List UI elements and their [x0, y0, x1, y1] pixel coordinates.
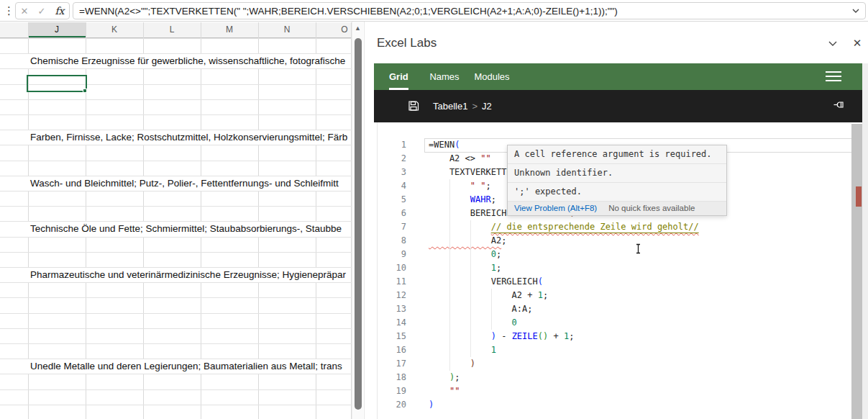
- breadcrumb-sheet[interactable]: Tabelle1: [433, 101, 467, 112]
- code-content[interactable]: // die entsprechende Zeile wird geholt//: [406, 220, 699, 234]
- grid-hline: [0, 343, 352, 344]
- code-line-5[interactable]: 5 WAHR;: [378, 193, 496, 207]
- line-number: 11: [378, 275, 406, 289]
- excel-labs-pane: Excel Labs ✕ GridNamesModules Tabelle1>J…: [364, 22, 868, 419]
- code-content[interactable]: 1;: [406, 261, 501, 275]
- code-line-7[interactable]: 7 // die entsprechende Zeile wird geholt…: [378, 220, 699, 234]
- code-line-3[interactable]: 3 TEXTVERKETTEN(: [378, 166, 522, 179]
- grid-hline: [0, 374, 352, 374]
- code-line-16[interactable]: 16 1: [378, 343, 496, 357]
- code-content[interactable]: TEXTVERKETTEN(: [406, 166, 522, 179]
- code-content[interactable]: A2 + 1;: [406, 289, 548, 302]
- code-content[interactable]: A2 <> "": [406, 152, 491, 166]
- code-content[interactable]: );: [406, 371, 460, 384]
- grid-cell-text[interactable]: Wasch- und Bleichmittel; Putz-, Polier-,…: [30, 176, 339, 191]
- cancel-entry-button[interactable]: ✕: [21, 6, 29, 16]
- code-line-2[interactable]: 2 A2 <> "": [378, 152, 491, 166]
- no-quick-fixes-label: No quick fixes available: [608, 204, 695, 212]
- error-marker: [856, 186, 862, 207]
- chevron-down-icon[interactable]: [828, 40, 838, 48]
- insert-function-button[interactable]: fx: [55, 5, 64, 17]
- line-number: 19: [378, 384, 406, 398]
- formula-input[interactable]: [73, 2, 866, 19]
- column-header-J[interactable]: J: [28, 22, 86, 37]
- fill-handle[interactable]: [83, 89, 87, 93]
- scroll-up-arrow-icon[interactable]: ▲: [355, 24, 361, 32]
- line-number: 15: [378, 330, 406, 343]
- grid-cell-text[interactable]: Pharmazeutische und veterinärmedizinisch…: [30, 268, 346, 282]
- code-content[interactable]: WAHR;: [406, 193, 496, 207]
- code-content[interactable]: 0;: [406, 248, 501, 261]
- code-content[interactable]: "": [406, 384, 460, 398]
- menu-icon[interactable]: [826, 71, 841, 81]
- code-content[interactable]: ): [406, 357, 475, 371]
- editor-header-bar: Tabelle1>J2: [374, 90, 863, 122]
- close-icon[interactable]: ✕: [851, 37, 863, 50]
- save-icon[interactable]: [408, 100, 419, 112]
- grid-vertical-scrollbar[interactable]: ▲: [352, 22, 363, 419]
- line-number: 16: [378, 343, 406, 357]
- grid-cell-text[interactable]: Farben, Firnisse, Lacke; Rostschutzmitte…: [30, 130, 347, 145]
- selected-cell-outline[interactable]: [27, 75, 87, 92]
- line-number: 14: [378, 316, 406, 330]
- column-header-O[interactable]: O: [316, 22, 352, 37]
- column-header-N[interactable]: N: [258, 22, 316, 37]
- code-content[interactable]: VERGLEICH(: [406, 275, 543, 289]
- line-number: 4: [378, 179, 406, 193]
- code-content[interactable]: " ";: [406, 179, 491, 193]
- code-line-11[interactable]: 11 VERGLEICH(: [378, 275, 543, 289]
- formula-code-editor[interactable]: 1=WENN(2 A2 <> ""3 TEXTVERKETTEN(4 " ";5…: [377, 122, 863, 419]
- code-content[interactable]: 0: [406, 316, 517, 330]
- code-line-9[interactable]: 9 0;: [378, 248, 501, 261]
- code-content[interactable]: ) - ZEILE() + 1;: [406, 330, 574, 343]
- tab-grid[interactable]: Grid: [389, 63, 408, 90]
- spreadsheet-grid[interactable]: JKLMNO Chemische Erzeugnisse für gewerbl…: [0, 22, 352, 419]
- drag-handle-icon[interactable]: ⋮: [4, 4, 11, 18]
- line-number: 12: [378, 289, 406, 302]
- code-line-20[interactable]: 20): [378, 398, 434, 412]
- line-number: 10: [378, 261, 406, 275]
- code-content[interactable]: ): [406, 398, 434, 412]
- line-number: 13: [378, 302, 406, 316]
- grid-cell-text[interactable]: Chemische Erzeugnisse für gewerbliche, w…: [30, 54, 345, 68]
- column-header-K[interactable]: K: [86, 22, 143, 37]
- code-line-19[interactable]: 19 "": [378, 384, 460, 398]
- tab-modules[interactable]: Modules: [474, 63, 509, 90]
- line-number: 5: [378, 193, 406, 207]
- code-line-8[interactable]: 8 A2;: [378, 234, 506, 248]
- code-line-14[interactable]: 14 0: [378, 316, 517, 330]
- code-line-18[interactable]: 18 );: [378, 371, 460, 384]
- grid-scrollbar-thumb[interactable]: [355, 38, 362, 410]
- formula-bar-expand-icon[interactable]: [851, 6, 861, 15]
- tooltip-message: A cell reference argument is required.: [508, 145, 726, 164]
- code-line-12[interactable]: 12 A2 + 1;: [378, 289, 548, 302]
- line-number: 9: [378, 248, 406, 261]
- grid-hline: [0, 206, 352, 207]
- code-content[interactable]: 1: [406, 343, 496, 357]
- code-content[interactable]: A2;: [406, 234, 506, 248]
- code-content[interactable]: A:A;: [406, 302, 533, 316]
- grid-hline: [0, 389, 352, 390]
- view-problem-link[interactable]: View Problem (Alt+F8): [514, 204, 597, 212]
- line-number: 8: [378, 234, 406, 248]
- tab-names[interactable]: Names: [429, 63, 459, 90]
- editor-scrollbar[interactable]: [851, 124, 862, 419]
- code-line-17[interactable]: 17 ): [378, 357, 475, 371]
- code-line-13[interactable]: 13 A:A;: [378, 302, 533, 316]
- column-header-M[interactable]: M: [201, 22, 258, 37]
- column-headers: JKLMNO: [0, 22, 352, 38]
- code-line-15[interactable]: 15 ) - ZEILE() + 1;: [378, 330, 574, 343]
- code-line-1[interactable]: 1=WENN(: [378, 138, 460, 152]
- pin-icon[interactable]: [833, 100, 846, 112]
- breadcrumb-cell[interactable]: J2: [482, 101, 492, 112]
- confirm-entry-button[interactable]: ✓: [37, 6, 45, 16]
- line-number: 1: [378, 138, 406, 152]
- line-number: 2: [378, 152, 406, 166]
- code-line-10[interactable]: 10 1;: [378, 261, 501, 275]
- code-content[interactable]: =WENN(: [406, 138, 460, 152]
- grid-hline: [0, 114, 352, 115]
- grid-cell-text[interactable]: Technische Öle und Fette; Schmiermittel;…: [30, 222, 342, 236]
- column-header-L[interactable]: L: [143, 22, 201, 37]
- grid-cell-text[interactable]: Unedle Metalle und deren Legierungen; Ba…: [30, 359, 342, 374]
- code-line-4[interactable]: 4 " ";: [378, 179, 491, 193]
